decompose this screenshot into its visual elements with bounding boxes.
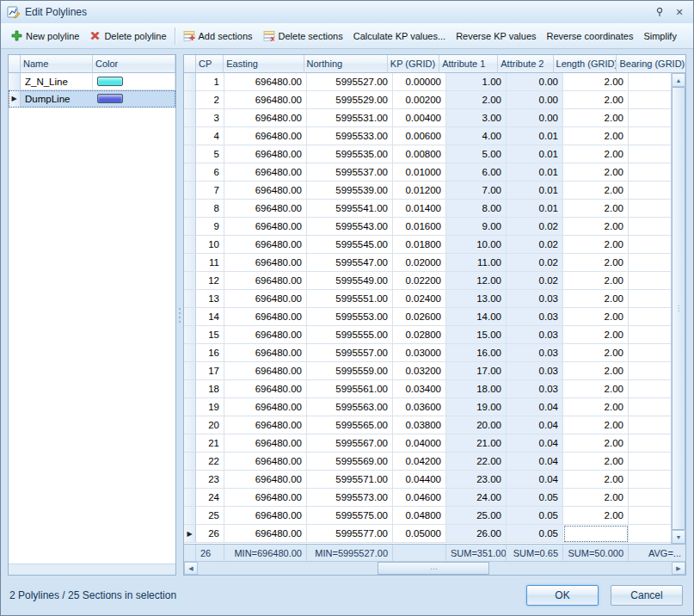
grid-cell[interactable]	[629, 434, 671, 453]
grid-cell[interactable]: 0.04400	[393, 471, 446, 489]
horizontal-scroll-track[interactable]	[198, 562, 672, 575]
grid-cell[interactable]: 0.00200	[393, 91, 446, 109]
grid-cell[interactable]	[629, 525, 671, 543]
grid-cell[interactable]	[629, 218, 671, 236]
grid-cell[interactable]: 12.00	[446, 272, 507, 290]
panel-splitter[interactable]	[176, 54, 183, 576]
grid-cell[interactable]: 2.00	[563, 453, 629, 471]
grid-cell[interactable]: 5995545.00	[307, 236, 393, 254]
grid-cell[interactable]: 13	[196, 290, 224, 308]
grid-cell[interactable]: 5995529.00	[307, 91, 393, 109]
new-polyline-button[interactable]: New polyline	[6, 26, 84, 46]
grid-cell[interactable]	[629, 145, 671, 163]
grid-cell[interactable]: 5995571.00	[307, 471, 393, 489]
grid-cell[interactable]: 25	[196, 507, 224, 525]
grid-cell[interactable]: 696480.00	[224, 127, 307, 145]
grid-cell[interactable]: 3	[196, 109, 224, 127]
grid-cell[interactable]: 2.00	[563, 362, 629, 380]
grid-cell[interactable]: 0.03	[507, 344, 563, 362]
grid-cell[interactable]: 11	[196, 254, 224, 272]
grid-cell[interactable]: 2.00	[563, 236, 629, 254]
grid-cell[interactable]: 22.00	[446, 453, 507, 471]
grid-cell[interactable]: 2.00	[563, 344, 629, 362]
grid-cell[interactable]: 5995559.00	[307, 362, 393, 380]
column-header-attribute-2[interactable]: Attribute 2	[498, 55, 553, 73]
grid-cell[interactable]: 0.04	[507, 471, 563, 489]
grid-cell[interactable]	[629, 453, 671, 471]
grid-cell[interactable]: 10.00	[446, 236, 507, 254]
grid-cell[interactable]: 19.00	[446, 398, 507, 416]
grid-cell[interactable]: 0.01400	[393, 200, 446, 218]
grid-cell[interactable]: 696480.00	[224, 416, 307, 434]
grid-cell[interactable]	[629, 91, 671, 109]
table-row[interactable]: 15696480.005995555.000.0280015.000.032.0…	[184, 326, 671, 344]
table-row[interactable]: 4696480.005995533.000.006004.000.012.00	[184, 127, 671, 145]
grid-cell[interactable]	[629, 73, 671, 91]
grid-cell[interactable]: 696480.00	[224, 308, 307, 326]
grid-cell[interactable]: 0.03200	[393, 362, 446, 380]
grid-cell[interactable]: 696480.00	[224, 362, 307, 380]
grid-cell[interactable]: 0.04000	[393, 434, 446, 453]
grid-cell[interactable]: 5.00	[446, 145, 507, 163]
grid-cell[interactable]: 16.00	[446, 344, 507, 362]
grid-cell[interactable]: 0.03800	[393, 416, 446, 434]
polyline-row[interactable]: DumpLine	[9, 90, 175, 108]
grid-cell[interactable]: 0.03	[507, 326, 563, 344]
column-header-attribute-1[interactable]: Attribute 1	[439, 55, 498, 73]
grid-cell[interactable]: 696480.00	[224, 471, 307, 489]
grid-cell[interactable]: 5995527.00	[307, 73, 393, 91]
grid-cell[interactable]: 23.00	[446, 471, 507, 489]
grid-cell[interactable]: 2.00	[446, 91, 507, 109]
simplify-button[interactable]: Simplify	[638, 27, 682, 46]
grid-cell[interactable]: 0.01	[507, 163, 563, 182]
grid-cell[interactable]: 21.00	[446, 434, 507, 453]
grid-cell[interactable]: 0.00000	[393, 73, 446, 91]
grid-cell[interactable]: 17	[196, 362, 224, 380]
grid-cell[interactable]: 0.00	[507, 91, 563, 109]
vertical-scroll-thumb[interactable]	[672, 87, 685, 530]
grid-cell[interactable]: 0.04	[507, 434, 563, 453]
grid-cell[interactable]: 5995543.00	[307, 218, 393, 236]
grid-cell[interactable]: 0.01	[507, 127, 563, 145]
table-row[interactable]: 16696480.005995557.000.0300016.000.032.0…	[184, 344, 671, 362]
grid-cell[interactable]: 696480.00	[224, 200, 307, 218]
grid-cell[interactable]: 0.04	[507, 453, 563, 471]
column-header-northing[interactable]: Northing	[304, 55, 388, 73]
grid-cell[interactable]: 2.00	[563, 200, 629, 218]
table-row[interactable]: 19696480.005995563.000.0360019.000.042.0…	[184, 398, 671, 416]
grid-cell[interactable]: 696480.00	[224, 145, 307, 163]
table-row[interactable]: 12696480.005995549.000.0220012.000.022.0…	[184, 272, 671, 290]
reverse-kp-values-button[interactable]: Reverse KP values	[451, 27, 541, 46]
grid-cell[interactable]: 0.03600	[393, 398, 446, 416]
grid-cell[interactable]: 696480.00	[224, 272, 307, 290]
grid-cell[interactable]	[629, 380, 671, 398]
grid-cell[interactable]: 696480.00	[224, 182, 307, 200]
grid-cell[interactable]: 21	[196, 434, 224, 453]
table-row[interactable]: 24696480.005995573.000.0460024.000.052.0…	[184, 489, 671, 507]
grid-cell[interactable]: 7	[196, 182, 224, 200]
grid-cell[interactable]	[629, 489, 671, 507]
grid-cell[interactable]: 8.00	[446, 200, 507, 218]
table-row[interactable]: 3696480.005995531.000.004003.000.002.00	[184, 109, 671, 127]
grid-cell[interactable]: 5995577.00	[307, 525, 393, 543]
grid-cell[interactable]: 0.01	[507, 145, 563, 163]
table-row[interactable]: 6696480.005995537.000.010006.000.012.00	[184, 163, 671, 182]
grid-cell[interactable]: 9	[196, 218, 224, 236]
grid-cell[interactable]	[629, 308, 671, 326]
grid-cell[interactable]: 2	[196, 91, 224, 109]
grid-cell[interactable]: 5995547.00	[307, 254, 393, 272]
grid-cell[interactable]: 2.00	[563, 272, 629, 290]
grid-cell[interactable]: 2.00	[563, 290, 629, 308]
grid-cell[interactable]: 2.00	[563, 326, 629, 344]
grid-cell[interactable]	[629, 254, 671, 272]
grid-cell[interactable]: 0.02400	[393, 290, 446, 308]
cancel-button[interactable]: Cancel	[611, 585, 683, 606]
grid-cell[interactable]: 13.00	[446, 290, 507, 308]
grid-cell[interactable]: 696480.00	[224, 453, 307, 471]
table-row[interactable]: 10696480.005995545.000.0180010.000.022.0…	[184, 236, 671, 254]
grid-cell[interactable]: 0.04800	[393, 507, 446, 525]
grid-cell[interactable]	[629, 290, 671, 308]
grid-cell[interactable]: 6	[196, 163, 224, 182]
grid-cell[interactable]: 2.00	[563, 398, 629, 416]
grid-cell[interactable]: 696480.00	[224, 218, 307, 236]
